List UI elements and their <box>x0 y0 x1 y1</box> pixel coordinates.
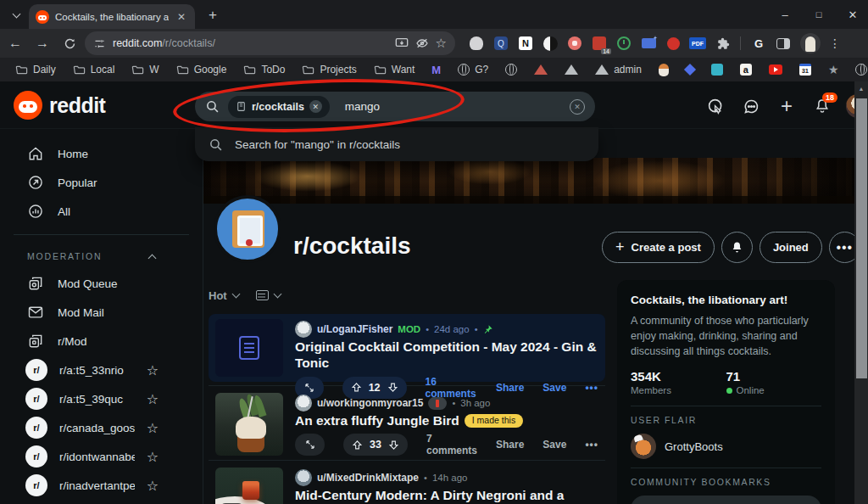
scrollbar-thumb[interactable] <box>856 98 867 378</box>
tab-search-icon[interactable] <box>7 6 25 25</box>
post-thumbnail[interactable] <box>215 393 283 456</box>
back-button[interactable]: ← <box>3 31 27 55</box>
notifications-bell-icon[interactable]: 18 <box>809 92 836 120</box>
bookmark-admin[interactable]: admin <box>588 59 648 80</box>
favorite-star-icon[interactable]: ☆ <box>147 391 159 407</box>
upvote-icon[interactable] <box>350 381 363 394</box>
subreddit-avatar[interactable] <box>214 195 281 263</box>
collapse-icon[interactable] <box>148 254 157 262</box>
sidebar-community-row[interactable]: r/ r/inadvertantpenis ☆ <box>0 471 203 500</box>
site-settings-icon[interactable] <box>93 37 106 50</box>
pdf-extension-icon[interactable]: PDF <box>689 35 706 52</box>
user-flair-row[interactable]: GrottyBoots <box>631 434 821 459</box>
history-timer-extension-icon[interactable] <box>615 35 632 52</box>
side-panel-icon[interactable] <box>775 35 792 52</box>
search-clear-icon[interactable]: ✕ <box>570 99 585 115</box>
bookmark-g-question[interactable]: G? <box>451 59 495 80</box>
joined-button[interactable]: Joined <box>760 232 822 263</box>
share-button[interactable]: Share <box>496 382 524 394</box>
search-query-text[interactable]: mango <box>345 100 561 113</box>
favorite-star-icon[interactable]: ☆ <box>147 420 159 436</box>
author-avatar[interactable] <box>295 469 312 486</box>
bookmark-folder-google[interactable]: Google <box>170 59 234 80</box>
notion-extension-icon[interactable]: N <box>517 35 534 52</box>
post-thumbnail[interactable]: 3 <box>215 468 283 504</box>
subreddit-filter-chip[interactable]: r/cocktails ✕ <box>228 96 330 118</box>
lens-extension-icon[interactable]: Q <box>492 35 509 52</box>
install-app-icon[interactable] <box>395 37 409 49</box>
sidebar-community-row[interactable]: r/ r/a:t5_33nrio ☆ <box>0 356 203 384</box>
advertise-icon[interactable] <box>702 92 729 120</box>
author-avatar[interactable] <box>295 321 312 338</box>
bookmark-diamond[interactable] <box>679 59 701 80</box>
sidebar-item-mod-mail[interactable]: Mod Mail <box>0 298 203 327</box>
bookmark-star-icon[interactable]: ☆ <box>436 36 447 51</box>
post-title[interactable]: An extra fluffy Jungle BirdI made this <box>295 412 598 428</box>
bookmark-tent[interactable] <box>558 59 585 80</box>
favorite-star-icon[interactable]: ☆ <box>147 362 159 378</box>
browser-menu-icon[interactable]: ⋮ <box>829 35 841 52</box>
post-author[interactable]: u/MixedDrinkMixtape <box>317 472 419 484</box>
chip-remove-icon[interactable]: ✕ <box>309 100 322 113</box>
eye-off-icon[interactable] <box>415 37 429 49</box>
bookmark-folder-w[interactable]: W <box>125 59 165 80</box>
bookmark-folder-local[interactable]: Local <box>66 59 122 80</box>
record-extension-icon[interactable] <box>665 35 682 52</box>
post-thumbnail[interactable] <box>215 319 283 377</box>
calendar-extension-icon[interactable]: 14 <box>591 35 608 52</box>
scrollbar-up-arrow[interactable]: ▲ <box>854 81 868 95</box>
post-author[interactable]: u/LoganJFisher <box>317 323 392 335</box>
sidebar-item-popular[interactable]: Popular <box>0 168 203 197</box>
moderation-section-header[interactable]: MODERATION <box>0 244 203 269</box>
new-tab-button[interactable]: + <box>203 6 222 25</box>
bookmark-youtube[interactable] <box>762 59 789 80</box>
pink-extension-icon[interactable] <box>566 35 583 52</box>
sidebar-item-r-mod[interactable]: r/Mod <box>0 327 203 356</box>
post-author[interactable]: u/workingonmyroar15 <box>317 397 423 409</box>
bookmark-amazon[interactable]: a <box>733 59 759 80</box>
sidebar-item-home[interactable]: Home <box>0 139 203 168</box>
extensions-puzzle-icon[interactable] <box>714 35 731 52</box>
address-bar[interactable]: reddit.com/r/cocktails/ ☆ <box>85 31 455 55</box>
bookmark-teal[interactable] <box>704 59 730 80</box>
forward-button[interactable]: → <box>31 31 54 55</box>
post-row[interactable]: u/LoganJFisher MOD • 24d ago • Original … <box>209 314 605 382</box>
favorite-star-icon[interactable]: ☆ <box>147 449 159 465</box>
window-maximize-button[interactable]: □ <box>802 0 836 29</box>
post-row[interactable]: u/workingonmyroar15 • 3h ago An extra fl… <box>209 385 605 456</box>
sidebar-item-mod-queue[interactable]: Mod Queue <box>0 269 203 298</box>
post-more-icon[interactable] <box>585 382 598 394</box>
bookmark-star[interactable]: ★ <box>821 59 846 80</box>
bookmark-folder-want[interactable]: Want <box>367 59 422 80</box>
bookmark-r[interactable]: R <box>849 59 868 80</box>
create-post-button[interactable]: + Create a post <box>602 232 715 263</box>
page-scrollbar[interactable]: ▲ <box>854 81 868 504</box>
downvote-icon[interactable] <box>387 439 400 451</box>
upvote-icon[interactable] <box>351 439 364 451</box>
expand-post-button[interactable] <box>295 434 325 456</box>
post-more-icon[interactable] <box>585 439 598 451</box>
profile-avatar[interactable] <box>799 35 821 52</box>
save-button[interactable]: Save <box>542 382 566 394</box>
bookmark-calendar[interactable]: 31 <box>793 59 818 80</box>
dark-reader-extension-icon[interactable] <box>542 35 559 52</box>
search-bar[interactable]: r/cocktails ✕ mango ✕ <box>195 92 595 121</box>
sort-dropdown[interactable]: Hot <box>209 289 239 302</box>
bookmark-globe[interactable] <box>498 59 524 80</box>
bookmark-folder-projects[interactable]: Projects <box>295 59 363 80</box>
share-button[interactable]: Share <box>496 439 524 451</box>
create-post-icon[interactable]: + <box>773 92 800 120</box>
window-close-button[interactable]: ✕ <box>836 0 868 29</box>
ghost-extension-icon[interactable] <box>468 35 485 52</box>
post-title[interactable]: Mid-Century Modern: A Dirty Negroni and … <box>295 487 598 504</box>
search-suggestion-text[interactable]: Search for "mango" in r/cocktails <box>235 138 400 151</box>
favorite-star-icon[interactable]: ☆ <box>147 478 159 494</box>
bookmark-folder-daily[interactable]: Daily <box>8 59 63 80</box>
tab-close-icon[interactable]: ✕ <box>175 11 188 23</box>
reddit-logo[interactable]: reddit <box>14 91 105 120</box>
wiki-button[interactable]: Wiki <box>631 496 821 504</box>
google-app-icon[interactable]: G <box>750 35 767 52</box>
sidebar-community-row[interactable]: r/ r/a:t5_39quc ☆ <box>0 384 203 413</box>
bookmark-gmail[interactable]: M <box>425 59 448 80</box>
sidebar-community-row[interactable]: r/ r/idontwannabet… ☆ <box>0 442 203 471</box>
